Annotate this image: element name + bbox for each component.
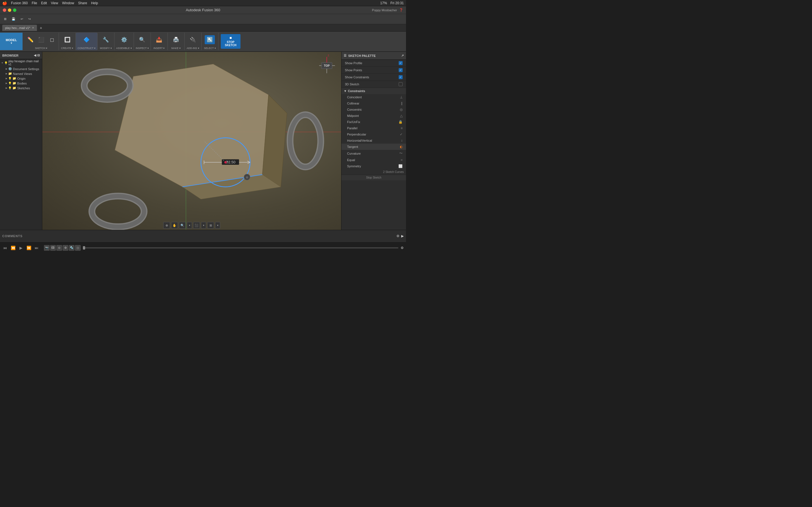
help-button[interactable]: ❓ (399, 8, 403, 12)
maximize-button[interactable] (13, 8, 16, 12)
assemble-btn[interactable]: ⚙️ (119, 35, 129, 44)
view-gizmo[interactable]: TOP Z (319, 55, 336, 74)
new-tab-button[interactable]: + (38, 24, 44, 32)
browser-item-named-views[interactable]: ▶ 📁 Named Views (0, 71, 42, 76)
tab-close-button[interactable]: ✕ (32, 26, 34, 29)
comments-settings[interactable]: ⚙ (396, 234, 400, 238)
tl-icon-4[interactable]: ⚙ (63, 245, 68, 251)
menu-fusion[interactable]: Fusion 360 (11, 1, 28, 5)
menu-view[interactable]: View (51, 1, 58, 5)
constraint-coincident[interactable]: Coincident ⊥ (342, 94, 406, 100)
item-label-sketches: Sketches (17, 87, 30, 90)
visibility-root[interactable]: 💡 (4, 61, 8, 64)
comments-expand[interactable]: ▶ (401, 234, 404, 238)
menu-window[interactable]: Window (62, 1, 74, 5)
apple-menu[interactable]: 🍎 (2, 1, 7, 5)
zoom-button[interactable]: 🔍 (179, 222, 186, 229)
visibility-origin[interactable]: 💡 (8, 77, 11, 80)
redo-button[interactable]: ↪ (27, 15, 33, 23)
select-group-label: SELECT ▾ (204, 46, 216, 50)
timeline-settings[interactable]: ⚙ (401, 246, 404, 250)
sketch-offset-icon: ⬛ (37, 36, 45, 44)
constraint-symmetry[interactable]: Symmetry ⬜ (342, 163, 406, 169)
palette-expand[interactable]: ↗ (401, 54, 404, 57)
stop-sketch-footer[interactable]: Stop Sketch (342, 175, 406, 180)
svg-point-16 (224, 161, 227, 164)
timeline-track[interactable] (83, 247, 398, 248)
inspect-icon: 🔍 (138, 36, 146, 44)
constraint-curvature[interactable]: Curvature 〜 (342, 150, 406, 157)
constraint-horizontal-vertical[interactable]: Horizontal/Vertical ↕ (342, 137, 406, 144)
user-name: Poppy Mosbacher (372, 8, 397, 12)
constraint-tangent[interactable]: Tangent ◐ Tangent (342, 144, 406, 150)
stop-sketch-button[interactable]: ⏹ STOP SKETCH (221, 34, 241, 49)
viewport[interactable]: Ø2.50 ⊙ TOP Z (42, 52, 341, 230)
bodies-folder-icon: 📁 (12, 81, 16, 85)
show-points-checkbox[interactable]: ✓ (399, 68, 403, 72)
active-tab[interactable]: play hex...mail v1* ✕ (2, 25, 37, 31)
tl-icon-3[interactable]: ⊙ (56, 245, 62, 251)
minimize-button[interactable] (8, 8, 11, 12)
timeline-start[interactable]: ⏮ (2, 245, 8, 251)
constraint-perpendicular[interactable]: Perpendicular ✓ (342, 131, 406, 137)
timeline-thumb[interactable] (83, 246, 85, 249)
tl-icon-2[interactable]: 🎞 (50, 245, 56, 251)
browser-settings[interactable]: ⊟ (37, 54, 40, 57)
timeline-end[interactable]: ⏭ (34, 245, 40, 251)
menu-file[interactable]: File (32, 1, 37, 5)
pan-button[interactable]: ✋ (171, 222, 178, 229)
constraint-concentric[interactable]: Concentric ◎ (342, 107, 406, 113)
constraint-midpoint[interactable]: Midpoint △ (342, 113, 406, 119)
visibility-bodies[interactable]: 💡 (8, 82, 11, 85)
display-dropdown[interactable]: ▾ (201, 222, 206, 229)
apps-button[interactable]: ⊞ (2, 15, 8, 23)
browser-item-bodies[interactable]: ▶ 💡 📁 Bodies (0, 81, 42, 86)
grid-btn[interactable]: ⊞ (207, 222, 214, 229)
create-btn[interactable]: 🔳 (62, 35, 72, 44)
tl-icon-5[interactable]: 🔩 (69, 245, 74, 251)
constraints-section[interactable]: ▼ Constraints (342, 88, 406, 94)
undo-button[interactable]: ↩ (19, 15, 25, 23)
modify-btn[interactable]: 🔧 (101, 35, 111, 44)
menu-share[interactable]: Share (78, 1, 87, 5)
close-button[interactable] (3, 8, 6, 12)
parallel-label: Parallel (347, 126, 357, 130)
constraint-collinear[interactable]: Collinear ∥ (342, 100, 406, 107)
addins-btn[interactable]: 🔌 (188, 35, 198, 44)
visibility-sketches[interactable]: 💡 (8, 87, 11, 90)
sketch-line-btn[interactable]: ✏️ (26, 35, 36, 44)
inspect-btn[interactable]: 🔍 (137, 35, 147, 44)
menu-edit[interactable]: Edit (41, 1, 47, 5)
constraint-parallel[interactable]: Parallel ≡ (342, 125, 406, 131)
browser-item-origin[interactable]: ▶ 💡 📁 Origin (0, 76, 42, 81)
browser-item-sketches[interactable]: ▶ 💡 📁 Sketches (0, 86, 42, 91)
browser-item-doc-settings[interactable]: ▶ ⚙️ Document Settings (0, 66, 42, 71)
construct-btn[interactable]: 🔷 (82, 35, 92, 44)
tl-icon-1[interactable]: 📷 (44, 245, 50, 251)
insert-btn[interactable]: 📥 (154, 35, 164, 44)
zoom-dropdown[interactable]: ▾ (187, 222, 192, 229)
browser-item-root[interactable]: ▼ 💡 play hexagon chain mail v1 (0, 59, 42, 66)
orbit-button[interactable]: ⊕ (163, 222, 170, 229)
timeline-prev[interactable]: ⏪ (10, 245, 16, 251)
sketch-offset-btn[interactable]: ⬛ (36, 35, 46, 44)
sketch-rect-btn[interactable]: ◻ (47, 35, 57, 44)
3d-sketch-checkbox[interactable] (399, 82, 403, 86)
constraint-fix-unfix[interactable]: Fix/UnFix 🔒 (342, 119, 406, 125)
grid-dropdown[interactable]: ▾ (215, 222, 220, 229)
tangent-icon: ◐ (400, 145, 403, 149)
show-profile-checkbox[interactable]: ✓ (399, 61, 403, 65)
display-mode-btn[interactable]: ⬛ (193, 222, 200, 229)
svg-text:Z: Z (327, 55, 329, 57)
constraint-equal[interactable]: Equal = (342, 157, 406, 163)
tl-icon-6[interactable]: ◻ (75, 245, 81, 251)
make-btn[interactable]: 🖨️ (171, 35, 181, 44)
timeline-play[interactable]: ▶ (18, 245, 24, 251)
timeline-next[interactable]: ⏩ (26, 245, 32, 251)
select-btn[interactable]: ↖️ (205, 35, 215, 44)
save-button[interactable]: 💾 (10, 15, 17, 23)
browser-collapse[interactable]: ◀ (34, 54, 36, 57)
menu-help[interactable]: Help (91, 1, 98, 5)
mode-selector[interactable]: MODEL ▾ (0, 33, 22, 50)
show-constraints-checkbox[interactable]: ✓ (399, 75, 403, 79)
